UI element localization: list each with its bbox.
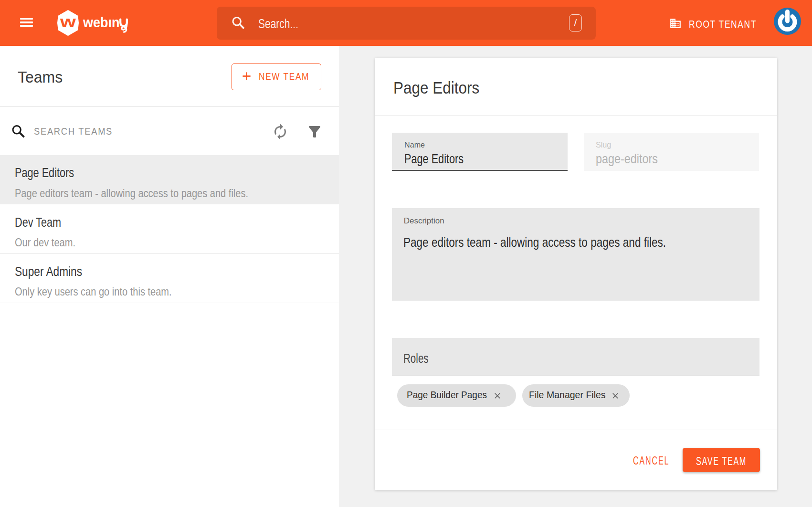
svg-text:w: w bbox=[60, 12, 76, 31]
